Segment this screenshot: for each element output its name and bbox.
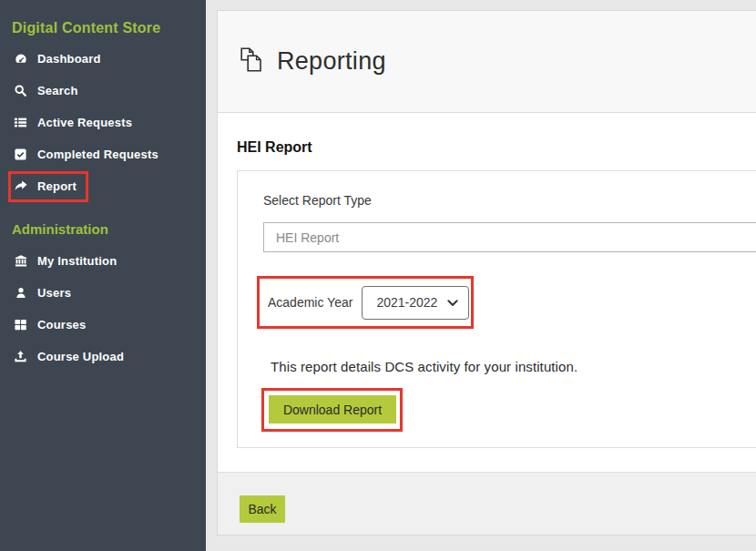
list-icon	[13, 116, 28, 130]
sidebar-item-label: Course Upload	[37, 350, 124, 363]
user-icon	[13, 286, 28, 301]
academic-year-field-group: Academic Year 2021-2022	[260, 279, 471, 326]
sidebar-item-report[interactable]: Report	[0, 170, 206, 202]
dashboard-icon	[13, 52, 28, 66]
academic-year-label: Academic Year	[268, 295, 352, 310]
grid-icon	[13, 318, 28, 332]
sidebar-item-course-upload[interactable]: Course Upload	[0, 341, 206, 372]
report-description: This report details DCS activity for you…	[271, 359, 577, 374]
admin-nav: My Institution Users Courses Course Uplo…	[0, 245, 206, 372]
sidebar-item-label: Report	[37, 179, 77, 193]
report-content: HEI Report Select Report Type HEI Report…	[218, 113, 756, 472]
sidebar-item-my-institution[interactable]: My Institution	[0, 245, 206, 277]
sidebar-item-search[interactable]: Search	[0, 75, 206, 107]
academic-year-select[interactable]: 2021-2022	[362, 286, 469, 320]
report-form-card: Select Report Type HEI Report Academic Y…	[237, 170, 756, 448]
app-title: Digital Content Store	[12, 20, 160, 36]
sidebar-item-dashboard[interactable]: Dashboard	[0, 43, 206, 75]
report-type-select[interactable]: HEI Report	[263, 222, 756, 252]
check-square-icon	[13, 148, 28, 162]
sidebar-item-label: Courses	[37, 318, 86, 332]
sidebar-item-users[interactable]: Users	[0, 277, 206, 309]
page-title: Reporting	[277, 47, 386, 76]
report-type-value: HEI Report	[276, 230, 339, 245]
download-report-button[interactable]: Download Report	[269, 395, 396, 423]
bank-icon	[13, 254, 28, 269]
page-header: Reporting	[218, 11, 756, 113]
share-arrow-icon	[13, 179, 28, 194]
academic-year-value: 2021-2022	[376, 295, 437, 310]
main-nav: Dashboard Search Active Requests Complet…	[0, 43, 206, 202]
chevron-down-icon	[447, 294, 458, 311]
page-footer: Back	[218, 472, 756, 535]
sidebar-item-completed-requests[interactable]: Completed Requests	[0, 138, 206, 170]
sidebar-item-label: Users	[37, 286, 71, 300]
main-panel: Reporting HEI Report Select Report Type …	[217, 10, 756, 536]
sidebar-item-label: Active Requests	[37, 116, 132, 129]
sidebar-item-active-requests[interactable]: Active Requests	[0, 107, 206, 138]
sidebar-item-courses[interactable]: Courses	[0, 309, 206, 341]
copy-pages-icon	[240, 47, 263, 76]
sidebar-item-label: Search	[37, 84, 78, 97]
admin-section-title: Administration	[12, 221, 108, 237]
sidebar-item-label: My Institution	[37, 254, 117, 268]
hei-report-heading: HEI Report	[237, 139, 312, 156]
sidebar-item-label: Completed Requests	[37, 148, 158, 161]
report-type-label: Select Report Type	[263, 193, 372, 208]
search-icon	[13, 84, 28, 98]
back-button[interactable]: Back	[240, 495, 285, 523]
sidebar: Digital Content Store Dashboard Search A…	[0, 0, 206, 551]
upload-icon	[13, 350, 28, 364]
sidebar-item-label: Dashboard	[37, 52, 101, 66]
